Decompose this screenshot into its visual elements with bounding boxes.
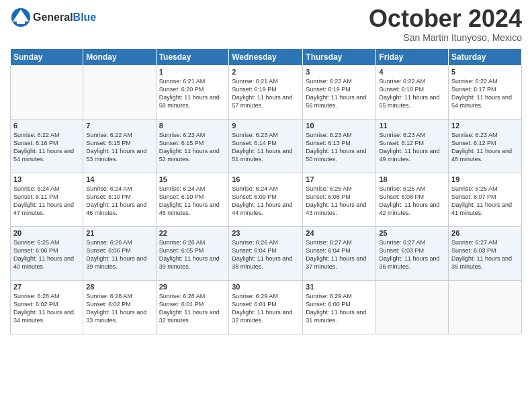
day-info: Sunrise: 6:25 AMSunset: 6:06 PMDaylight:… — [13, 239, 74, 270]
day-info: Sunrise: 6:23 AMSunset: 6:13 PMDaylight:… — [306, 132, 366, 163]
day-info: Sunrise: 6:21 AMSunset: 6:19 PMDaylight:… — [232, 78, 292, 109]
calendar-day-cell: 26Sunrise: 6:27 AMSunset: 6:03 PMDayligh… — [449, 227, 522, 281]
day-info: Sunrise: 6:27 AMSunset: 6:03 PMDaylight:… — [379, 239, 439, 270]
day-info: Sunrise: 6:22 AMSunset: 6:19 PMDaylight:… — [306, 78, 366, 109]
calendar-day-cell: 19Sunrise: 6:25 AMSunset: 6:07 PMDayligh… — [449, 173, 522, 227]
calendar-week-row: 20Sunrise: 6:25 AMSunset: 6:06 PMDayligh… — [11, 227, 522, 281]
title-area: October 2024 San Martin Itunyoso, Mexico — [369, 7, 522, 43]
day-number: 12 — [451, 122, 519, 130]
day-number: 17 — [306, 175, 373, 183]
calendar-table: SundayMondayTuesdayWednesdayThursdayFrid… — [10, 48, 522, 334]
calendar-day-cell: 25Sunrise: 6:27 AMSunset: 6:03 PMDayligh… — [376, 227, 449, 281]
location: San Martin Itunyoso, Mexico — [369, 32, 522, 43]
calendar-day-cell: 1Sunrise: 6:21 AMSunset: 6:20 PMDaylight… — [156, 66, 229, 120]
calendar-day-cell: 24Sunrise: 6:27 AMSunset: 6:04 PMDayligh… — [303, 227, 376, 281]
day-number: 13 — [13, 175, 80, 183]
calendar-day-cell: 17Sunrise: 6:25 AMSunset: 6:08 PMDayligh… — [303, 173, 376, 227]
day-number: 25 — [379, 229, 445, 237]
calendar-day-cell: 4Sunrise: 6:22 AMSunset: 6:18 PMDaylight… — [376, 66, 449, 120]
weekday-header: Monday — [83, 49, 156, 66]
day-number: 2 — [232, 68, 300, 76]
day-info: Sunrise: 6:22 AMSunset: 6:16 PMDaylight:… — [13, 132, 74, 163]
logo-icon — [10, 7, 32, 28]
day-number: 3 — [306, 68, 373, 76]
day-info: Sunrise: 6:23 AMSunset: 6:12 PMDaylight:… — [451, 132, 512, 163]
day-info: Sunrise: 6:24 AMSunset: 6:09 PMDaylight:… — [232, 185, 292, 216]
day-info: Sunrise: 6:23 AMSunset: 6:14 PMDaylight:… — [232, 132, 292, 163]
weekday-header: Wednesday — [229, 49, 303, 66]
calendar-week-row: 13Sunrise: 6:24 AMSunset: 6:11 PMDayligh… — [11, 173, 522, 227]
calendar-day-cell: 15Sunrise: 6:24 AMSunset: 6:10 PMDayligh… — [156, 173, 229, 227]
day-number: 27 — [13, 283, 80, 291]
day-number: 31 — [306, 283, 373, 291]
calendar-day-cell: 31Sunrise: 6:29 AMSunset: 6:00 PMDayligh… — [303, 281, 376, 334]
weekday-header: Thursday — [303, 49, 376, 66]
day-info: Sunrise: 6:26 AMSunset: 6:04 PMDaylight:… — [232, 239, 292, 270]
calendar-day-cell: 2Sunrise: 6:21 AMSunset: 6:19 PMDaylight… — [229, 66, 303, 120]
logo-blue: Blue — [73, 11, 97, 23]
day-number: 4 — [379, 68, 445, 76]
weekday-header: Sunday — [11, 49, 83, 66]
calendar-day-cell — [376, 281, 449, 334]
day-info: Sunrise: 6:25 AMSunset: 6:08 PMDaylight:… — [306, 185, 366, 216]
day-info: Sunrise: 6:22 AMSunset: 6:17 PMDaylight:… — [451, 78, 512, 109]
calendar-day-cell: 23Sunrise: 6:26 AMSunset: 6:04 PMDayligh… — [229, 227, 303, 281]
day-info: Sunrise: 6:22 AMSunset: 6:18 PMDaylight:… — [379, 78, 439, 109]
day-info: Sunrise: 6:29 AMSunset: 6:00 PMDaylight:… — [306, 293, 366, 324]
day-info: Sunrise: 6:24 AMSunset: 6:11 PMDaylight:… — [13, 185, 74, 216]
day-info: Sunrise: 6:23 AMSunset: 6:12 PMDaylight:… — [379, 132, 439, 163]
day-number: 28 — [86, 283, 152, 291]
calendar-week-row: 27Sunrise: 6:28 AMSunset: 6:02 PMDayligh… — [11, 281, 522, 334]
calendar-day-cell: 13Sunrise: 6:24 AMSunset: 6:11 PMDayligh… — [11, 173, 83, 227]
weekday-header: Tuesday — [156, 49, 229, 66]
day-info: Sunrise: 6:25 AMSunset: 6:07 PMDaylight:… — [451, 185, 512, 216]
day-number: 21 — [86, 229, 152, 237]
day-number: 29 — [159, 283, 226, 291]
day-info: Sunrise: 6:23 AMSunset: 6:15 PMDaylight:… — [159, 132, 220, 163]
calendar-day-cell: 16Sunrise: 6:24 AMSunset: 6:09 PMDayligh… — [229, 173, 303, 227]
calendar-day-cell — [449, 281, 522, 334]
calendar-day-cell: 11Sunrise: 6:23 AMSunset: 6:12 PMDayligh… — [376, 120, 449, 173]
calendar-day-cell: 21Sunrise: 6:26 AMSunset: 6:06 PMDayligh… — [83, 227, 156, 281]
page-header: GeneralBlue October 2024 San Martin Itun… — [10, 7, 522, 43]
day-number: 1 — [159, 68, 226, 76]
calendar-day-cell: 10Sunrise: 6:23 AMSunset: 6:13 PMDayligh… — [303, 120, 376, 173]
day-info: Sunrise: 6:29 AMSunset: 6:01 PMDaylight:… — [232, 293, 292, 324]
logo-general: General — [33, 11, 73, 23]
day-number: 11 — [379, 122, 445, 130]
day-info: Sunrise: 6:27 AMSunset: 6:03 PMDaylight:… — [451, 239, 512, 270]
day-number: 9 — [232, 122, 300, 130]
day-number: 24 — [306, 229, 373, 237]
day-info: Sunrise: 6:24 AMSunset: 6:10 PMDaylight:… — [86, 185, 146, 216]
calendar-day-cell: 9Sunrise: 6:23 AMSunset: 6:14 PMDaylight… — [229, 120, 303, 173]
calendar-header-row: SundayMondayTuesdayWednesdayThursdayFrid… — [11, 49, 522, 66]
calendar-day-cell: 5Sunrise: 6:22 AMSunset: 6:17 PMDaylight… — [449, 66, 522, 120]
day-number: 23 — [232, 229, 300, 237]
calendar-day-cell: 18Sunrise: 6:25 AMSunset: 6:08 PMDayligh… — [376, 173, 449, 227]
weekday-header: Friday — [376, 49, 449, 66]
day-info: Sunrise: 6:25 AMSunset: 6:08 PMDaylight:… — [379, 185, 439, 216]
day-number: 15 — [159, 175, 226, 183]
calendar-day-cell: 8Sunrise: 6:23 AMSunset: 6:15 PMDaylight… — [156, 120, 229, 173]
day-info: Sunrise: 6:26 AMSunset: 6:05 PMDaylight:… — [159, 239, 220, 270]
day-info: Sunrise: 6:27 AMSunset: 6:04 PMDaylight:… — [306, 239, 366, 270]
calendar-day-cell — [83, 66, 156, 120]
calendar-week-row: 1Sunrise: 6:21 AMSunset: 6:20 PMDaylight… — [11, 66, 522, 120]
day-info: Sunrise: 6:26 AMSunset: 6:06 PMDaylight:… — [86, 239, 146, 270]
day-info: Sunrise: 6:28 AMSunset: 6:01 PMDaylight:… — [159, 293, 220, 324]
calendar-day-cell: 20Sunrise: 6:25 AMSunset: 6:06 PMDayligh… — [11, 227, 83, 281]
month-title: October 2024 — [369, 7, 522, 31]
calendar-day-cell: 12Sunrise: 6:23 AMSunset: 6:12 PMDayligh… — [449, 120, 522, 173]
day-number: 22 — [159, 229, 226, 237]
day-number: 5 — [451, 68, 519, 76]
calendar-day-cell — [11, 66, 83, 120]
day-info: Sunrise: 6:22 AMSunset: 6:15 PMDaylight:… — [86, 132, 146, 163]
day-info: Sunrise: 6:24 AMSunset: 6:10 PMDaylight:… — [159, 185, 220, 216]
calendar-day-cell: 29Sunrise: 6:28 AMSunset: 6:01 PMDayligh… — [156, 281, 229, 334]
day-info: Sunrise: 6:28 AMSunset: 6:02 PMDaylight:… — [86, 293, 146, 324]
day-number: 18 — [379, 175, 445, 183]
day-number: 30 — [232, 283, 300, 291]
day-number: 20 — [13, 229, 80, 237]
calendar-day-cell: 28Sunrise: 6:28 AMSunset: 6:02 PMDayligh… — [83, 281, 156, 334]
calendar-day-cell: 22Sunrise: 6:26 AMSunset: 6:05 PMDayligh… — [156, 227, 229, 281]
